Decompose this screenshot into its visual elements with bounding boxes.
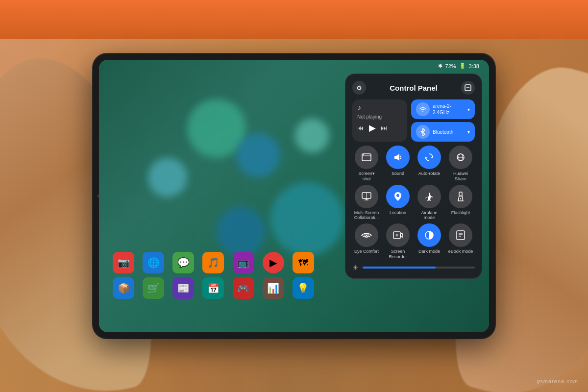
toggle-sound[interactable]: Sound xyxy=(384,146,412,182)
toggle-location[interactable]: Location xyxy=(384,185,412,221)
app-icon[interactable]: 🗺 xyxy=(293,252,314,273)
flashlight-btn[interactable] xyxy=(449,185,472,208)
svg-point-12 xyxy=(396,194,399,197)
svg-point-4 xyxy=(363,154,364,155)
multiscreen-label: Multi-ScreenCollaborati... xyxy=(354,210,379,221)
screenrecorder-label: ScreenRecorder xyxy=(389,249,407,260)
svg-point-16 xyxy=(366,235,368,236)
darkmode-label: Dark mode xyxy=(418,249,440,254)
control-panel-header: ⚙ Control Panel xyxy=(352,81,475,95)
toggle-screenshot[interactable]: Screen▾shot xyxy=(352,146,381,182)
app-icon[interactable]: ▶ xyxy=(263,252,284,273)
quick-toggles-grid: Screen▾shot Sound xyxy=(352,146,475,260)
multiscreen-btn[interactable] xyxy=(355,185,378,208)
location-label: Location xyxy=(390,210,406,216)
svg-rect-20 xyxy=(457,231,465,240)
bg-blob-2 xyxy=(236,133,280,177)
scene: ✱ 72% 🔋 3:38 📷 🌐 💬 🎵 📺 ▶ 🗺 📦 🛒 📰 📅 🎮 � xyxy=(0,0,588,392)
cp-top-row: ♪ Not playing ⏮ ▶ ⏭ xyxy=(352,99,475,142)
toggle-airplane[interactable]: Airplanemode xyxy=(415,185,443,221)
eyecomfort-btn[interactable] xyxy=(355,223,378,247)
app-icon[interactable]: 📰 xyxy=(172,277,194,299)
toggle-huaweishare[interactable]: HuaweiShare xyxy=(446,146,475,182)
wifi-icon xyxy=(416,102,430,116)
sound-label: Sound xyxy=(392,171,404,176)
app-grid: 📷 🌐 💬 🎵 📺 ▶ 🗺 📦 🛒 📰 📅 🎮 📊 💡 xyxy=(109,248,322,303)
bluetooth-status-icon: ✱ xyxy=(438,63,442,69)
svg-rect-13 xyxy=(459,192,462,196)
huaweishare-label: HuaweiShare xyxy=(453,171,468,182)
toggle-darkmode[interactable]: Dark mode xyxy=(415,223,443,260)
next-button[interactable]: ⏭ xyxy=(381,124,388,132)
toggle-flashlight[interactable]: Flashlight xyxy=(446,185,475,221)
app-icon[interactable]: 💡 xyxy=(293,277,314,299)
cp-left-icons: ⚙ xyxy=(352,81,366,95)
bg-blob-6 xyxy=(270,182,344,256)
wifi-bt-column: arena-2- 2.4GHz ▾ xyxy=(411,99,475,142)
brightness-icon: ☀ xyxy=(352,264,359,271)
app-icon[interactable]: 📊 xyxy=(263,277,284,299)
screenshot-label: Screen▾shot xyxy=(358,171,375,182)
time-display: 3:38 xyxy=(469,63,479,69)
autorotate-label: Auto-rotate xyxy=(418,171,441,176)
darkmode-btn[interactable] xyxy=(417,223,441,247)
brightness-slider[interactable] xyxy=(363,267,475,269)
brightness-fill xyxy=(363,267,436,269)
airplane-label: Airplanemode xyxy=(421,210,437,221)
bg-blob-3 xyxy=(148,158,187,197)
app-icon[interactable]: 📺 xyxy=(233,252,254,273)
bluetooth-toggle[interactable]: Bluetooth ▾ xyxy=(411,122,475,142)
bt-expand-arrow[interactable]: ▾ xyxy=(467,129,470,135)
airplane-btn[interactable] xyxy=(417,185,441,208)
wifi-expand-arrow[interactable]: ▾ xyxy=(467,107,470,112)
brightness-row: ☀ xyxy=(352,264,475,271)
ebookmode-btn[interactable] xyxy=(449,223,472,247)
wifi-toggle[interactable]: arena-2- 2.4GHz ▾ xyxy=(411,99,475,119)
flashlight-label: Flashlight xyxy=(451,210,470,216)
toggle-ebookmode[interactable]: eBook mode xyxy=(446,223,475,260)
tablet-screen: ✱ 72% 🔋 3:38 📷 🌐 💬 🎵 📺 ▶ 🗺 📦 🛒 📰 📅 🎮 � xyxy=(99,60,489,332)
screenshot-btn[interactable] xyxy=(355,146,378,169)
app-icon[interactable]: 📦 xyxy=(113,277,134,299)
app-icon[interactable]: 🌐 xyxy=(143,252,164,273)
app-icon[interactable]: 🎵 xyxy=(202,252,224,273)
battery-percent: 72% xyxy=(445,63,456,69)
bg-blob-5 xyxy=(295,119,329,153)
music-icon: ♪ xyxy=(357,103,402,112)
toggle-multiscreen[interactable]: Multi-ScreenCollaborati... xyxy=(352,185,381,221)
screenrecorder-btn[interactable] xyxy=(386,223,410,247)
settings-button[interactable]: ⚙ xyxy=(352,81,366,95)
battery-icon: 🔋 xyxy=(459,63,466,69)
media-card[interactable]: ♪ Not playing ⏮ ▶ ⏭ xyxy=(352,99,407,142)
prev-button[interactable]: ⏮ xyxy=(357,124,364,132)
ebookmode-label: eBook mode xyxy=(448,249,473,254)
toggle-eyecomfort[interactable]: Eye Comfort xyxy=(352,223,381,260)
tablet-device: ✱ 72% 🔋 3:38 📷 🌐 💬 🎵 📺 ▶ 🗺 📦 🛒 📰 📅 🎮 � xyxy=(93,54,495,338)
media-status: Not playing xyxy=(357,114,402,120)
play-button[interactable]: ▶ xyxy=(369,122,376,133)
watermark: gsmarena.com xyxy=(537,378,578,384)
app-icon[interactable]: 📷 xyxy=(113,252,134,273)
toggle-autorotate[interactable]: Auto-rotate xyxy=(415,146,443,182)
edit-button[interactable] xyxy=(461,81,475,95)
bluetooth-icon xyxy=(416,125,430,139)
media-controls: ⏮ ▶ ⏭ xyxy=(357,122,402,133)
cp-right-icons xyxy=(461,81,475,95)
wifi-name: arena-2- 2.4GHz xyxy=(433,103,451,116)
autorotate-btn[interactable] xyxy=(417,146,441,169)
location-btn[interactable] xyxy=(386,185,410,208)
toggle-screenrecorder[interactable]: ScreenRecorder xyxy=(384,223,412,260)
sound-btn[interactable] xyxy=(386,146,410,169)
control-panel-title: Control Panel xyxy=(366,84,461,92)
app-icon[interactable]: 💬 xyxy=(172,252,194,273)
app-icon[interactable]: 🎮 xyxy=(233,277,254,299)
control-panel: ⚙ Control Panel xyxy=(345,74,482,279)
app-icon[interactable]: 📅 xyxy=(202,277,224,299)
huaweishare-btn[interactable] xyxy=(449,146,472,169)
eyecomfort-label: Eye Comfort xyxy=(354,249,379,254)
status-bar: ✱ 72% 🔋 3:38 xyxy=(438,63,479,69)
bluetooth-name: Bluetooth xyxy=(433,129,453,135)
svg-point-18 xyxy=(396,234,398,237)
app-icon[interactable]: 🛒 xyxy=(143,277,164,299)
